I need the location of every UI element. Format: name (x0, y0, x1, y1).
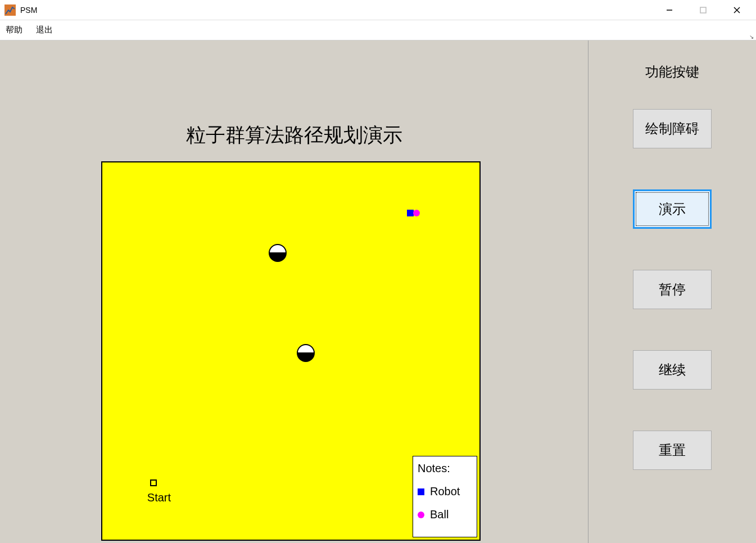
menu-help[interactable]: 帮助 (6, 25, 22, 35)
pause-button[interactable]: 暂停 (633, 270, 712, 309)
legend-row-robot: Robot (418, 485, 472, 498)
svg-rect-2 (700, 7, 706, 13)
resume-button[interactable]: 继续 (633, 350, 712, 390)
minimize-button[interactable] (653, 0, 686, 20)
maximize-button[interactable] (686, 0, 720, 20)
robot-marker (407, 210, 414, 216)
obstacle (269, 244, 287, 262)
obstacle (297, 344, 315, 362)
ball-icon (418, 512, 424, 518)
main-panel: 粒子群算法路径规划演示 Start Notes: Robot Ball (0, 40, 588, 543)
legend-row-ball: Ball (418, 508, 472, 521)
ball-marker (413, 210, 420, 216)
legend-ball-label: Ball (430, 508, 449, 521)
side-panel: 功能按键 绘制障碍 演示 暂停 继续 重置 (588, 40, 756, 543)
legend[interactable]: Notes: Robot Ball (413, 456, 477, 537)
draw-obstacle-button[interactable]: 绘制障碍 (633, 109, 712, 148)
plot-area[interactable]: Start Notes: Robot Ball (101, 161, 481, 541)
app-icon (4, 4, 16, 16)
robot-icon (418, 488, 424, 495)
title-bar: PSM (0, 0, 756, 20)
window-controls (653, 0, 754, 20)
content-area: 粒子群算法路径规划演示 Start Notes: Robot Ball 功能 (0, 40, 756, 543)
menu-overflow-icon[interactable]: ↘ (749, 34, 754, 40)
window-title: PSM (20, 6, 653, 15)
legend-robot-label: Robot (430, 485, 460, 498)
menu-exit[interactable]: 退出 (36, 25, 53, 35)
side-panel-title: 功能按键 (645, 63, 699, 81)
legend-title: Notes: (418, 462, 472, 475)
demo-button[interactable]: 演示 (633, 189, 712, 229)
close-button[interactable] (720, 0, 754, 20)
start-label: Start (147, 491, 171, 504)
reset-button[interactable]: 重置 (633, 431, 712, 470)
start-marker (150, 479, 157, 486)
menu-bar: 帮助 退出 ↘ (0, 20, 756, 40)
plot-title: 粒子群算法路径规划演示 (186, 122, 402, 148)
